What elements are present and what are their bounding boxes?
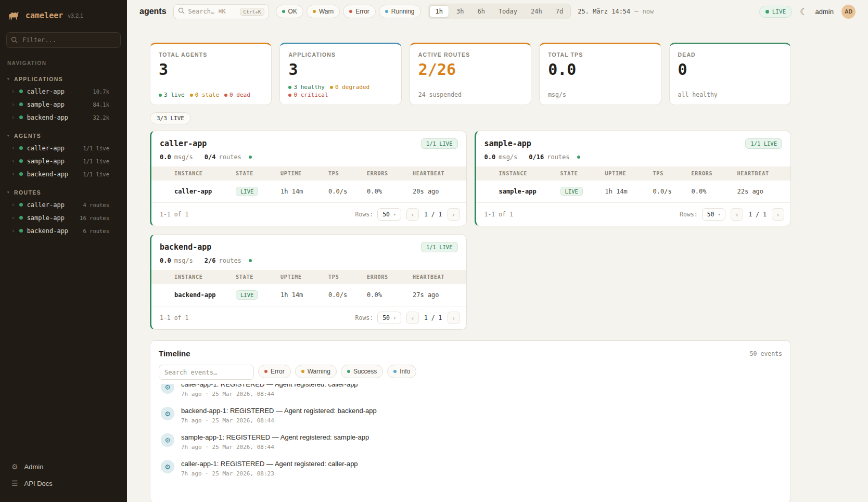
timeline-search-input[interactable] bbox=[159, 365, 254, 380]
stat-card-applications: APPLICATIONS 3 3 healthy 0 degraded 0 cr… bbox=[279, 43, 401, 105]
range-button-today[interactable]: Today bbox=[492, 5, 524, 18]
stat-sub-label: 0 stale bbox=[195, 92, 219, 98]
rows-per-page-select[interactable]: 50 ▾ bbox=[377, 312, 401, 324]
sidebar-item-badge: 16 routes bbox=[80, 215, 109, 221]
routes-unit: routes bbox=[219, 153, 241, 161]
column-header-uptime: UPTIME bbox=[600, 166, 648, 181]
timeline-event[interactable]: ⚙ sample-app-1: REGISTERED — Agent regis… bbox=[159, 429, 782, 455]
filter-chip-running[interactable]: Running bbox=[379, 5, 421, 18]
status-dot bbox=[19, 146, 23, 150]
info-dot bbox=[393, 370, 397, 373]
rows-per-page-select[interactable]: 50 ▾ bbox=[377, 208, 401, 221]
warn-status-dot bbox=[313, 10, 316, 13]
routes-value: 2/6 bbox=[205, 257, 216, 264]
timeline-title: Timeline bbox=[159, 349, 190, 358]
range-button-24h[interactable]: 24h bbox=[525, 5, 548, 18]
rows-per-page-select[interactable]: 50 ▾ bbox=[702, 208, 726, 221]
sidebar-item-agents-sample-app[interactable]: › sample-app 1/1 live bbox=[0, 155, 127, 168]
agent-event-icon: ⚙ bbox=[161, 460, 174, 473]
range-button-1h[interactable]: 1h bbox=[429, 5, 449, 18]
stat-title: ACTIVE ROUTES bbox=[418, 52, 522, 58]
timeline-chip-success[interactable]: Success bbox=[341, 365, 383, 378]
next-page-button[interactable]: › bbox=[772, 208, 784, 221]
content-scroll-area[interactable]: TOTAL AGENTS 3 3 live 0 stale 0 dead APP… bbox=[127, 23, 868, 502]
sidebar-item-agents-caller-app[interactable]: › caller-app 1/1 live bbox=[0, 141, 127, 155]
table-row[interactable]: backend-app LIVE 1h 14m 0.0/s 0.0% 27s a… bbox=[151, 284, 466, 306]
chip-label: Error bbox=[271, 368, 285, 375]
uptime-cell: 1h 14m bbox=[275, 181, 323, 203]
column-header-heartbeat: HEARTBEAT bbox=[732, 166, 791, 181]
stat-value: 2/26 bbox=[418, 60, 522, 79]
table-footer: 1-1 of 1 Rows: 50 ▾ ‹ 1 / 1 › bbox=[476, 203, 791, 226]
sidebar-item-routes-sample-app[interactable]: › sample-app 16 routes bbox=[0, 211, 127, 224]
range-button-3h[interactable]: 3h bbox=[450, 5, 470, 18]
section-header-routes[interactable]: ▾ ROUTES bbox=[0, 187, 127, 198]
filter-input[interactable] bbox=[6, 32, 121, 48]
sidebar-item-admin[interactable]: ⚙ Admin bbox=[0, 458, 127, 475]
event-title: backend-app-1: REGISTERED — Agent regist… bbox=[181, 407, 377, 415]
timeline-event[interactable]: ⚙ backend-app-1: REGISTERED — Agent regi… bbox=[159, 402, 782, 429]
timeline-event[interactable]: ⚙ caller-app-1: REGISTERED — Agent regis… bbox=[159, 455, 782, 482]
avatar[interactable]: AD bbox=[841, 5, 856, 19]
event-timestamp: 7h ago · 25 Mar 2026, 08:23 bbox=[181, 470, 358, 477]
next-page-button[interactable]: › bbox=[448, 208, 460, 221]
dark-mode-toggle-icon[interactable]: ☾ bbox=[800, 7, 807, 17]
tps-unit: msg/s bbox=[174, 257, 193, 264]
section-header-applications[interactable]: ▾ APPLICATIONS bbox=[0, 73, 127, 85]
column-header-errors: ERRORS bbox=[362, 270, 407, 284]
ok-status-dot bbox=[282, 10, 285, 13]
filter-chip-warn[interactable]: Warn bbox=[307, 5, 340, 18]
table-row[interactable]: caller-app LIVE 1h 14m 0.0/s 0.0% 20s ag… bbox=[151, 181, 466, 203]
chip-label: OK bbox=[288, 8, 297, 15]
sidebar-item-applications-sample-app[interactable]: › sample-app 84.1k bbox=[0, 98, 127, 111]
routes-unit: routes bbox=[547, 153, 569, 161]
stat-sub-label: 0 dead bbox=[229, 92, 250, 98]
timeline-event[interactable]: ⚙ caller-app-1: REGISTERED — Agent regis… bbox=[159, 384, 782, 402]
sidebar-item-routes-backend-app[interactable]: › backend-app 6 routes bbox=[0, 224, 127, 237]
column-header bbox=[151, 270, 169, 284]
caret-down-icon: ▾ bbox=[7, 190, 10, 195]
instance-name: sample-app bbox=[494, 181, 555, 203]
sidebar-item-applications-caller-app[interactable]: › caller-app 10.7k bbox=[0, 85, 127, 98]
sidebar-item-badge: 4 routes bbox=[83, 202, 109, 208]
range-button-7d[interactable]: 7d bbox=[550, 5, 569, 18]
sidebar-item-api-docs[interactable]: ☰ API Docs bbox=[0, 475, 127, 492]
app-health-dot bbox=[249, 259, 252, 262]
error-status-dot bbox=[349, 10, 352, 13]
caret-down-icon: ▾ bbox=[718, 212, 721, 217]
section-title-label: ROUTES bbox=[14, 189, 41, 196]
sidebar-item-routes-caller-app[interactable]: › caller-app 4 routes bbox=[0, 198, 127, 211]
prev-page-button[interactable]: ‹ bbox=[406, 312, 419, 324]
table-footer: 1-1 of 1 Rows: 50 ▾ ‹ 1 / 1 › bbox=[151, 203, 466, 226]
sidebar-item-agents-backend-app[interactable]: › backend-app 1/1 live bbox=[0, 168, 127, 181]
table-row[interactable]: sample-app LIVE 1h 14m 0.0/s 0.0% 22s ag… bbox=[476, 181, 791, 203]
filter-chip-ok[interactable]: OK bbox=[276, 5, 303, 18]
app-logo: cameleer v3.2.1 bbox=[0, 0, 127, 29]
live-toggle[interactable]: LIVE bbox=[759, 6, 793, 18]
errors-cell: 0.0% bbox=[362, 284, 407, 306]
range-button-6h[interactable]: 6h bbox=[471, 5, 491, 18]
prev-page-button[interactable]: ‹ bbox=[731, 208, 743, 221]
sidebar: cameleer v3.2.1 NAVIGATION ▾ APPLICATION… bbox=[0, 0, 127, 502]
section-header-agents[interactable]: ▾ AGENTS bbox=[0, 130, 127, 141]
tps-value: 0.0 bbox=[160, 257, 171, 264]
timeline-event-list[interactable]: ⚙ caller-app-1: REGISTERED — Agent regis… bbox=[159, 384, 782, 502]
sidebar-item-applications-backend-app[interactable]: › backend-app 32.2k bbox=[0, 111, 127, 124]
timeline-chip-warning[interactable]: Warning bbox=[295, 365, 337, 378]
timeline-chip-error[interactable]: Error bbox=[258, 365, 291, 378]
next-page-button[interactable]: › bbox=[448, 312, 460, 324]
column-header-instance: INSTANCE bbox=[169, 166, 231, 181]
filter-chip-error[interactable]: Error bbox=[343, 5, 376, 18]
chip-label: Error bbox=[355, 8, 369, 15]
instance-name: caller-app bbox=[169, 181, 231, 203]
timeline-chip-info[interactable]: Info bbox=[387, 365, 416, 378]
prev-page-button[interactable]: ‹ bbox=[406, 208, 419, 221]
gear-icon: ⚙ bbox=[11, 462, 18, 471]
stat-note: all healthy bbox=[678, 91, 782, 98]
chevron-right-icon: › bbox=[11, 171, 15, 177]
sidebar-item-badge: 32.2k bbox=[93, 114, 109, 121]
status-dot bbox=[19, 159, 23, 163]
agent-event-icon: ⚙ bbox=[161, 384, 174, 394]
global-search-input[interactable]: Search… ⌘K Ctrl+K bbox=[173, 4, 269, 19]
tps-unit: msg/s bbox=[499, 153, 517, 161]
